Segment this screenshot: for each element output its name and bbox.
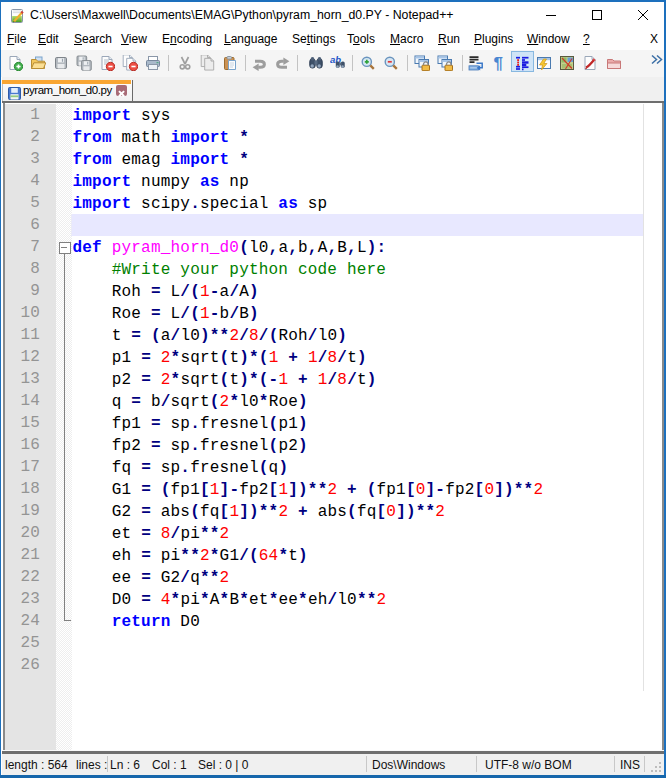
svg-text:¶: ¶ bbox=[494, 55, 503, 71]
